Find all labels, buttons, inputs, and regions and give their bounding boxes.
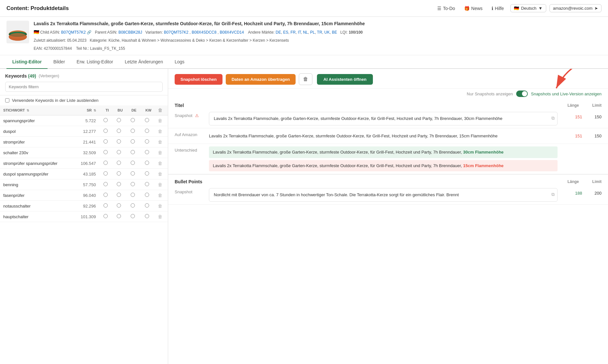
- row-delete-icon[interactable]: 🗑: [158, 193, 162, 198]
- nav-todo[interactable]: ☰ To-Do: [437, 6, 455, 11]
- keyword-de-radio[interactable]: [126, 190, 139, 201]
- keyword-kw-radio[interactable]: [140, 211, 155, 222]
- keyword-ti-radio[interactable]: [99, 137, 112, 147]
- copy-icon[interactable]: ⧉: [551, 115, 555, 122]
- keyword-bu-radio[interactable]: [112, 211, 126, 222]
- nav-news[interactable]: 🎁 News: [464, 6, 483, 11]
- market-tr[interactable]: TR: [317, 30, 322, 35]
- variant2[interactable]: B08X4SDCC8: [192, 30, 217, 35]
- market-nl[interactable]: NL: [303, 30, 308, 35]
- tab-erw-listing[interactable]: Erw. Listing-Editor: [71, 55, 119, 69]
- keyword-bu-radio[interactable]: [112, 126, 126, 137]
- keyword-delete[interactable]: 🗑: [155, 147, 168, 158]
- keyword-de-radio[interactable]: [126, 179, 139, 190]
- keyword-de-radio[interactable]: [126, 169, 139, 179]
- keyword-bu-radio[interactable]: [112, 137, 126, 147]
- keyword-kw-radio[interactable]: [140, 169, 155, 179]
- row-delete-icon[interactable]: 🗑: [158, 171, 162, 177]
- row-delete-icon[interactable]: 🗑: [158, 129, 162, 134]
- keyword-delete[interactable]: 🗑: [155, 169, 168, 179]
- row-delete-icon[interactable]: 🗑: [158, 214, 162, 219]
- keyword-delete[interactable]: 🗑: [155, 211, 168, 222]
- tab-letzte-aenderungen[interactable]: Letzte Änderungen: [119, 55, 169, 69]
- bp-copy-icon[interactable]: ⧉: [551, 191, 555, 198]
- keyword-de-radio[interactable]: [126, 211, 139, 222]
- keyword-kw-radio[interactable]: [140, 126, 155, 137]
- row-delete-icon[interactable]: 🗑: [158, 139, 162, 145]
- keyword-bu-radio[interactable]: [112, 169, 126, 179]
- delete-all-icon[interactable]: 🗑: [158, 108, 162, 113]
- keyword-ti-radio[interactable]: [99, 169, 112, 179]
- keyword-ti-radio[interactable]: [99, 147, 112, 158]
- snapshot-text-box[interactable]: Lavalis 2x Terrakotta Flammschale, große…: [209, 112, 558, 125]
- nav-hilfe[interactable]: ℹ Hilfe: [492, 6, 504, 11]
- keyword-ti-radio[interactable]: [99, 190, 112, 201]
- keyword-ti-radio[interactable]: [99, 179, 112, 190]
- keyword-de-radio[interactable]: [126, 126, 139, 137]
- tab-listing-editor[interactable]: Listing-Editor: [6, 55, 48, 69]
- market-es[interactable]: ES: [283, 30, 288, 35]
- keyword-de-radio[interactable]: [126, 115, 139, 126]
- keyword-kw-radio[interactable]: [140, 158, 155, 169]
- keyword-bu-radio[interactable]: [112, 179, 126, 190]
- col-sr[interactable]: SR ⇅: [73, 105, 99, 115]
- keyword-kw-radio[interactable]: [140, 115, 155, 126]
- keyword-de-radio[interactable]: [126, 201, 139, 211]
- sort-stichwort[interactable]: ⇅: [27, 109, 29, 112]
- market-be[interactable]: BE: [332, 30, 337, 35]
- keyword-bu-radio[interactable]: [112, 147, 126, 158]
- keyword-delete[interactable]: 🗑: [155, 115, 168, 126]
- parent-asin-link[interactable]: B08CBBK28J: [118, 30, 142, 35]
- keyword-de-radio[interactable]: [126, 137, 139, 147]
- row-delete-icon[interactable]: 🗑: [158, 118, 162, 123]
- language-selector[interactable]: 🇩🇪 Deutsch ▼: [510, 4, 546, 12]
- keyword-kw-radio[interactable]: [140, 201, 155, 211]
- keyword-delete[interactable]: 🗑: [155, 126, 168, 137]
- snapshot-toggle[interactable]: [516, 91, 528, 97]
- variant3[interactable]: B08X4VCD14: [220, 30, 244, 35]
- keyword-kw-radio[interactable]: [140, 137, 155, 147]
- keyword-ti-radio[interactable]: [99, 201, 112, 211]
- keyword-delete[interactable]: 🗑: [155, 201, 168, 211]
- keyword-ti-radio[interactable]: [99, 115, 112, 126]
- tab-bilder[interactable]: Bilder: [48, 55, 71, 69]
- keyword-ti-radio[interactable]: [99, 211, 112, 222]
- hide-used-keywords-checkbox[interactable]: [5, 98, 9, 102]
- keyword-delete[interactable]: 🗑: [155, 158, 168, 169]
- keywords-filter-input[interactable]: [5, 82, 163, 92]
- keyword-bu-radio[interactable]: [112, 115, 126, 126]
- market-de[interactable]: DE: [276, 30, 281, 35]
- keyword-kw-radio[interactable]: [140, 147, 155, 158]
- keyword-ti-radio[interactable]: [99, 126, 112, 137]
- col-stichwort[interactable]: STICHWORT ⇅: [0, 105, 73, 115]
- keyword-bu-radio[interactable]: [112, 201, 126, 211]
- row-delete-icon[interactable]: 🗑: [158, 182, 162, 187]
- row-delete-icon[interactable]: 🗑: [158, 161, 162, 166]
- market-fr[interactable]: FR: [290, 30, 296, 35]
- row-delete-icon[interactable]: 🗑: [158, 203, 162, 209]
- keyword-delete[interactable]: 🗑: [155, 190, 168, 201]
- keyword-kw-radio[interactable]: [140, 179, 155, 190]
- market-it[interactable]: IT: [298, 30, 301, 35]
- bp-snapshot-text-box[interactable]: Nordlicht mit Brenndauer von ca. 7 Stund…: [209, 188, 558, 202]
- keyword-bu-radio[interactable]: [112, 158, 126, 169]
- keyword-kw-radio[interactable]: [140, 190, 155, 201]
- keyword-de-radio[interactable]: [126, 158, 139, 169]
- keyword-de-radio[interactable]: [126, 147, 139, 158]
- child-asin-link[interactable]: B07QMT57K2: [61, 30, 86, 35]
- delete-snapshot-button[interactable]: Snapshot löschen: [175, 74, 223, 85]
- tab-logs[interactable]: Logs: [169, 55, 190, 69]
- ai-assistant-button[interactable]: AI Assistenten öffnen: [317, 74, 373, 85]
- keyword-ti-radio[interactable]: [99, 158, 112, 169]
- market-uk[interactable]: UK: [324, 30, 330, 35]
- keyword-delete[interactable]: 🗑: [155, 179, 168, 190]
- row-delete-icon[interactable]: 🗑: [158, 150, 162, 155]
- keyword-bu-radio[interactable]: [112, 190, 126, 201]
- keyword-delete[interactable]: 🗑: [155, 137, 168, 147]
- trash-button[interactable]: 🗑: [299, 73, 312, 85]
- market-pl[interactable]: PL: [310, 30, 315, 35]
- send-amazon-button[interactable]: Daten an Amazon übertragen: [226, 74, 296, 85]
- variant1[interactable]: B07QMT57K2: [164, 30, 189, 35]
- sort-sr[interactable]: ⇅: [93, 109, 96, 112]
- keywords-hide-toggle[interactable]: (Verbergen): [39, 74, 59, 78]
